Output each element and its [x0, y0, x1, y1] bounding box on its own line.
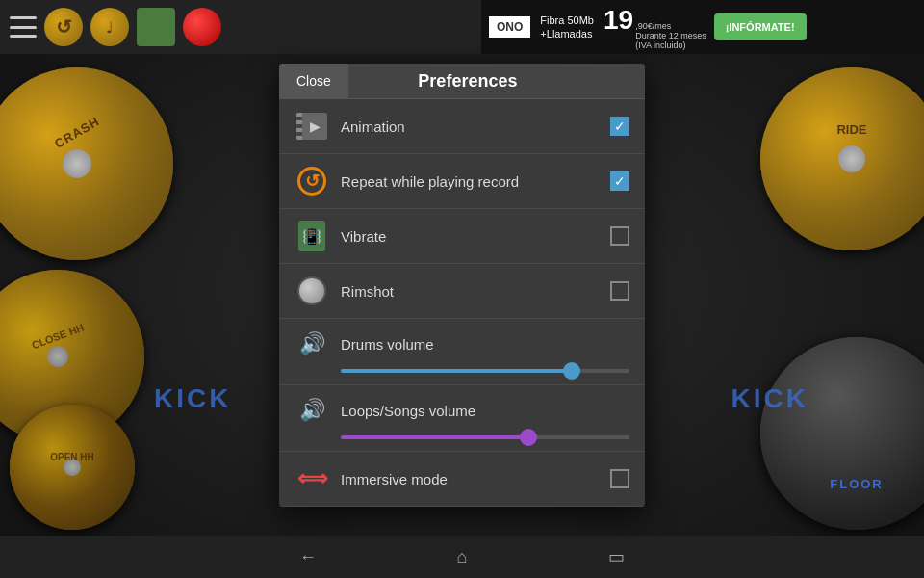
speaker-blue-icon: 🔊: [299, 331, 325, 356]
back-button[interactable]: ←: [289, 541, 327, 572]
bottom-bar: ← ⌂ ▭: [0, 536, 924, 578]
vibrate-icon: 📳: [295, 219, 329, 253]
ad-note2: (IVA incluido): [635, 40, 706, 50]
speaker-purple-icon: 🔊: [299, 398, 325, 423]
loops-volume-label: Loops/Songs volume: [341, 403, 629, 419]
animation-preference[interactable]: Animation: [279, 99, 645, 154]
menu-button[interactable]: [10, 16, 37, 38]
record-button[interactable]: ♩: [90, 8, 129, 46]
loops-volume-track[interactable]: [341, 435, 629, 439]
preferences-dialog: Close Preferences Animation Repeat while…: [279, 64, 645, 507]
home-icon: ⌂: [457, 547, 468, 567]
repeat-icon: [295, 164, 329, 198]
repeat-checkbox[interactable]: [610, 171, 629, 191]
animation-icon: [295, 109, 329, 144]
loops-volume-header: 🔊 Loops/Songs volume: [295, 393, 629, 428]
recent-apps-button[interactable]: ▭: [597, 541, 635, 572]
immersive-label: Immersive mode: [341, 471, 610, 487]
loops-volume-thumb[interactable]: [520, 429, 537, 446]
home-button[interactable]: ⌂: [443, 541, 481, 572]
repeat-label: Repeat while playing record: [341, 173, 610, 190]
green-button[interactable]: [137, 8, 175, 46]
rimshot-preference[interactable]: Rimshot: [279, 264, 645, 319]
vibrate-label: Vibrate: [341, 228, 610, 245]
ad-brand: ONO: [489, 16, 530, 38]
loops-volume-fill: [341, 435, 528, 439]
dialog-header: Close Preferences: [279, 64, 645, 99]
loops-volume-control: 🔊 Loops/Songs volume: [279, 385, 645, 452]
rimshot-checkbox[interactable]: [610, 281, 629, 301]
dialog-title: Preferences: [348, 71, 645, 92]
drums-volume-control: 🔊 Drums volume: [279, 319, 645, 385]
immersive-icon: [295, 461, 329, 496]
refresh-button[interactable]: ↺: [44, 8, 83, 46]
ad-banner: ONO Fibra 50Mb +Llamadas 19 ,90€/mes Dur…: [481, 0, 924, 54]
drums-volume-label: Drums volume: [341, 336, 629, 353]
ad-price-block: 19 ,90€/mes Durante 12 meses (IVA inclui…: [603, 5, 706, 50]
ad-decimal: ,90€/mes: [635, 21, 706, 31]
ad-price: 19: [603, 5, 633, 36]
recent-icon: ▭: [608, 546, 625, 567]
top-bar: ↺ ♩ ONO Fibra 50Mb +Llamadas 19 ,90€/mes…: [0, 0, 924, 54]
dialog-overlay: Close Preferences Animation Repeat while…: [0, 54, 924, 536]
vibrate-checkbox[interactable]: [610, 226, 629, 246]
refresh-icon: ↺: [56, 15, 72, 39]
drums-volume-fill: [341, 369, 572, 373]
vibrate-preference[interactable]: 📳 Vibrate: [279, 209, 645, 264]
drums-volume-icon: 🔊: [295, 327, 329, 361]
top-bar-left: ↺ ♩: [10, 8, 221, 46]
back-icon: ←: [299, 547, 317, 567]
rimshot-icon: [295, 274, 329, 308]
repeat-preference[interactable]: Repeat while playing record: [279, 154, 645, 209]
drums-volume-header: 🔊 Drums volume: [295, 327, 629, 361]
ad-cta-button[interactable]: ¡INFÓRMATE!: [714, 13, 807, 40]
drums-volume-track[interactable]: [341, 369, 629, 373]
loops-volume-icon: 🔊: [295, 393, 329, 428]
animation-label: Animation: [341, 118, 610, 135]
ad-note1: Durante 12 meses: [635, 31, 706, 40]
record-icon: ♩: [106, 18, 114, 37]
drums-volume-thumb[interactable]: [563, 362, 580, 380]
rimshot-label: Rimshot: [341, 283, 610, 300]
animation-checkbox[interactable]: [610, 117, 629, 136]
close-button[interactable]: Close: [279, 64, 348, 98]
ad-fibra-text: Fibra 50Mb +Llamadas: [530, 13, 603, 41]
stop-button[interactable]: [183, 8, 221, 46]
immersive-preference[interactable]: Immersive mode: [279, 452, 645, 507]
immersive-checkbox[interactable]: [610, 469, 629, 488]
